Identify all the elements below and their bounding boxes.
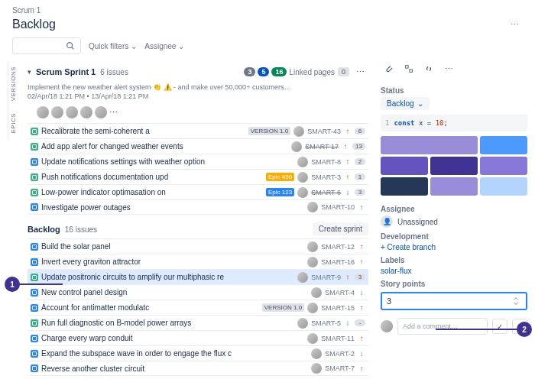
assignee-value[interactable]: 👤Unassigned [381,215,527,228]
issue-key[interactable]: SMART-6 [311,189,341,196]
priority-icon: ↓ [358,349,365,358]
issue-summary: Recalibrate the semi-coherent a [41,127,245,135]
issue-row[interactable]: Add app alert for changed weather events… [28,138,368,154]
issue-row[interactable]: Expand the subspace wave in order to eng… [28,345,368,361]
issue-row[interactable]: Investigate power outagesSMART-10↑ [28,199,368,215]
story-type-icon [31,128,38,135]
assignee-avatar[interactable] [311,287,322,298]
avatar[interactable] [80,106,92,118]
done-pill: 16 [271,67,287,76]
assignee-avatar[interactable] [311,363,322,374]
status-dropdown[interactable]: Backlog⌄ [381,97,430,110]
assignee-avatar[interactable] [307,241,318,252]
assignee-avatar[interactable] [307,202,318,212]
sprint-issue-count: 6 issues [100,68,128,76]
issue-summary: Expand the subspace wave in order to eng… [41,349,308,358]
issue-key[interactable]: SMART-43 [307,128,341,135]
subtask-icon[interactable] [400,60,417,77]
sprint-name: Scrum Sprint 1 [36,67,96,76]
version-tag: Epic 123 [266,188,294,196]
issue-row[interactable]: New control panel designSMART-4↓ [28,284,368,300]
issue-key[interactable]: SMART-16 [321,258,355,266]
issue-row[interactable]: Invert every graviton attractorSMART-16↑ [28,254,368,269]
issue-key[interactable]: SMART-17 [305,143,339,151]
sprint-avatars[interactable]: ⋯ [28,105,368,123]
task-type-icon [31,364,38,372]
more-avatars-icon[interactable]: ⋯ [109,108,118,118]
link-icon[interactable] [420,60,437,77]
search-input[interactable] [12,37,81,54]
issue-key[interactable]: SMART-3 [311,173,341,181]
issue-key[interactable]: SMART-11 [321,335,355,342]
assignee-avatar[interactable] [293,126,304,137]
code-snippet: 1 const x = 10; [381,115,527,131]
assignee-avatar[interactable] [297,172,308,183]
assignee-avatar[interactable] [307,303,318,313]
issue-row[interactable]: Run full diagnostic on B-model power arr… [28,315,368,330]
attach-icon[interactable] [381,60,397,77]
version-tag: VERSION 1.0 [262,303,304,312]
assignee-avatar[interactable] [291,141,302,152]
stepper-icon[interactable] [511,296,521,306]
priority-icon: ↑ [342,142,349,151]
issue-key[interactable]: SMART-8 [311,158,341,166]
linked-pages-button[interactable]: Linked pages0 [289,67,349,76]
create-sprint-button[interactable]: Create sprint [313,222,368,235]
issue-row[interactable]: Push notifications documentation updEpic… [28,169,368,184]
sprint-collapse-toggle[interactable]: ▾ [28,68,31,76]
story-type-icon [31,189,38,196]
issue-key[interactable]: SMART-5 [311,319,341,327]
assignee-label: Assignee [381,200,527,215]
avatar[interactable] [37,106,49,118]
assignee-avatar[interactable] [297,272,308,283]
issue-row[interactable]: Charge every warp conduitSMART-11↑ [28,330,368,345]
label-chip[interactable]: solar-flux [381,267,527,275]
avatar[interactable] [51,106,63,118]
issue-key[interactable]: SMART-7 [325,364,355,372]
assignee-avatar[interactable] [297,187,308,198]
assignee-avatar[interactable] [297,157,308,167]
issue-row[interactable]: Update positronic circuits to amplify ou… [28,269,368,284]
sprint-goal: Implement the new weather alert system 👏… [28,82,368,92]
issue-row[interactable]: Recalibrate the semi-coherent aVERSION 1… [28,123,368,138]
assignee-avatar[interactable] [311,348,322,359]
assignee-avatar[interactable] [307,333,318,344]
priority-icon: ↑ [358,364,365,373]
avatar[interactable] [95,106,107,118]
assignee-avatar[interactable] [307,257,318,267]
avatar[interactable] [66,106,78,118]
svg-point-0 [67,43,73,48]
annotation-2: 2 [517,322,532,337]
breadcrumb[interactable]: Scrum 1 [8,6,527,15]
epics-rail[interactable]: EPICS [8,107,21,140]
page-title: Backlog [12,18,56,31]
task-type-icon [31,243,38,251]
quick-filters-dropdown[interactable]: Quick filters⌄ [89,42,137,50]
story-points-input[interactable]: 3 [381,292,527,310]
confirm-button[interactable]: ✓ [492,319,507,334]
story-type-icon [31,173,38,181]
sprint-dates: 02/Apr/18 1:21 PM • 13/Apr/18 1:21 PM [28,92,368,105]
issue-row[interactable]: Reverse another cluster circuitSMART-7↑ [28,361,368,376]
issue-key[interactable]: SMART-2 [325,350,355,358]
sprint-more-icon[interactable]: ⋯ [352,63,368,80]
versions-rail[interactable]: VERSIONS [8,60,21,107]
priority-icon: ↑ [358,334,365,342]
assignee-avatar[interactable] [297,318,308,329]
more-actions-icon[interactable]: ⋯ [506,16,523,33]
issue-key[interactable]: SMART-10 [321,203,355,211]
issue-row[interactable]: Low-power indicator optimasation onEpic … [28,184,368,199]
issue-key[interactable]: SMART-15 [321,304,355,312]
priority-icon: ↑ [344,273,352,281]
issue-key[interactable]: SMART-12 [321,243,355,251]
assignee-dropdown[interactable]: Assignee⌄ [144,42,184,50]
issue-row[interactable]: Account for antimatter modulatcVERSION 1… [28,300,368,315]
issue-row[interactable]: Build the solar panelSMART-12↑ [28,238,368,254]
comment-input[interactable]: Add a comment… [397,318,488,335]
attachment-thumbnails[interactable] [381,136,527,196]
side-more-icon[interactable]: ⋯ [440,60,457,77]
issue-key[interactable]: SMART-9 [311,274,341,281]
issue-key[interactable]: SMART-4 [325,289,355,296]
create-branch-link[interactable]: + Create branch [381,243,527,251]
issue-row[interactable]: Update notifications settings with weath… [28,154,368,169]
